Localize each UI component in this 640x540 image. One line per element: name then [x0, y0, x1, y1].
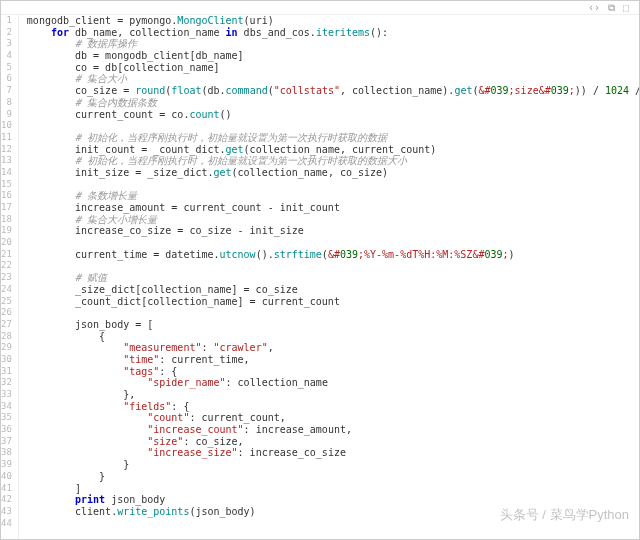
code-line: "increase_count": increase_amount, — [27, 424, 640, 436]
code-line: "time": current_time, — [27, 354, 640, 366]
code-line: "measurement": "crawler", — [27, 342, 640, 354]
expand-icon[interactable]: ⬚ — [623, 2, 629, 13]
line-number: 35 — [1, 412, 12, 424]
line-number: 41 — [1, 483, 12, 495]
line-number: 10 — [1, 120, 12, 132]
line-number: 44 — [1, 518, 12, 530]
code-line: # 赋值 — [27, 272, 640, 284]
editor-toolbar: ‹› ⧉ ⬚ — [1, 1, 639, 15]
code-line — [27, 518, 640, 530]
line-number: 39 — [1, 459, 12, 471]
line-number: 1 — [1, 15, 12, 27]
code-line: # 初始化，当程序刚执行时，初始量就设置为第一次执行时获取的数据 — [27, 132, 640, 144]
line-number: 8 — [1, 97, 12, 109]
code-line: co = db[collection_name] — [27, 62, 640, 74]
line-number: 7 — [1, 85, 12, 97]
code-line: }, — [27, 389, 640, 401]
code-line: init_count = _count_dict.get(collection_… — [27, 144, 640, 156]
code-line: # 条数增长量 — [27, 190, 640, 202]
code-line: "size": co_size, — [27, 436, 640, 448]
code-line: # 数据库操作 — [27, 38, 640, 50]
line-number: 36 — [1, 424, 12, 436]
line-number: 11 — [1, 132, 12, 144]
code-editor[interactable]: mongodb_client = pymongo.MongoClient(uri… — [19, 15, 640, 539]
line-number: 14 — [1, 167, 12, 179]
code-line: } — [27, 459, 640, 471]
code-line: increase_co_size = co_size - init_size — [27, 225, 640, 237]
line-number: 26 — [1, 307, 12, 319]
line-number: 34 — [1, 401, 12, 413]
line-number: 42 — [1, 494, 12, 506]
code-line: json_body = [ — [27, 319, 640, 331]
code-line: # 集合大小 — [27, 73, 640, 85]
code-line — [27, 237, 640, 249]
line-number: 2 — [1, 27, 12, 39]
line-number: 19 — [1, 225, 12, 237]
line-number: 13 — [1, 155, 12, 167]
code-line: # 集合大小增长量 — [27, 214, 640, 226]
code-line — [27, 179, 640, 191]
code-line: increase_amount = current_count - init_c… — [27, 202, 640, 214]
line-gutter: 1234567891011121314151617181920212223242… — [1, 15, 19, 539]
code-line — [27, 120, 640, 132]
line-number: 17 — [1, 202, 12, 214]
line-number: 30 — [1, 354, 12, 366]
copy-icon[interactable]: ⧉ — [608, 2, 615, 14]
code-line: "fields": { — [27, 401, 640, 413]
line-number: 20 — [1, 237, 12, 249]
code-line: for db_name, collection_name in dbs_and_… — [27, 27, 640, 39]
line-number: 6 — [1, 73, 12, 85]
line-number: 29 — [1, 342, 12, 354]
code-line: "tags": { — [27, 366, 640, 378]
code-line: # 集合内数据条数 — [27, 97, 640, 109]
line-number: 32 — [1, 377, 12, 389]
code-line: client.write_points(json_body) — [27, 506, 640, 518]
line-number: 5 — [1, 62, 12, 74]
code-line: current_time = datetime.utcnow().strftim… — [27, 249, 640, 261]
line-number: 38 — [1, 447, 12, 459]
code-line: mongodb_client = pymongo.MongoClient(uri… — [27, 15, 640, 27]
code-line — [27, 260, 640, 272]
line-number: 25 — [1, 296, 12, 308]
line-number: 22 — [1, 260, 12, 272]
code-line: print json_body — [27, 494, 640, 506]
line-number: 4 — [1, 50, 12, 62]
line-number: 9 — [1, 109, 12, 121]
line-number: 15 — [1, 179, 12, 191]
line-number: 28 — [1, 331, 12, 343]
code-line: "spider_name": collection_name — [27, 377, 640, 389]
line-number: 40 — [1, 471, 12, 483]
code-line: db = mongodb_client[db_name] — [27, 50, 640, 62]
code-line: } — [27, 471, 640, 483]
line-number: 37 — [1, 436, 12, 448]
code-line: { — [27, 331, 640, 343]
code-line: "increase_size": increase_co_size — [27, 447, 640, 459]
line-number: 24 — [1, 284, 12, 296]
code-line: _size_dict[collection_name] = co_size — [27, 284, 640, 296]
code-line: ] — [27, 483, 640, 495]
line-number: 27 — [1, 319, 12, 331]
line-number: 18 — [1, 214, 12, 226]
code-icon[interactable]: ‹› — [588, 2, 600, 13]
code-area: 1234567891011121314151617181920212223242… — [1, 15, 639, 539]
line-number: 33 — [1, 389, 12, 401]
code-line: "count": current_count, — [27, 412, 640, 424]
line-number: 16 — [1, 190, 12, 202]
line-number: 23 — [1, 272, 12, 284]
line-number: 31 — [1, 366, 12, 378]
line-number: 21 — [1, 249, 12, 261]
code-line: current_count = co.count() — [27, 109, 640, 121]
line-number: 3 — [1, 38, 12, 50]
line-number: 12 — [1, 144, 12, 156]
code-line: init_size = _size_dict.get(collection_na… — [27, 167, 640, 179]
code-line: # 初始化，当程序刚执行时，初始量就设置为第一次执行时获取的数据大小 — [27, 155, 640, 167]
line-number: 43 — [1, 506, 12, 518]
code-line: co_size = round(float(db.command("collst… — [27, 85, 640, 97]
code-line — [27, 307, 640, 319]
code-line: _count_dict[collection_name] = current_c… — [27, 296, 640, 308]
